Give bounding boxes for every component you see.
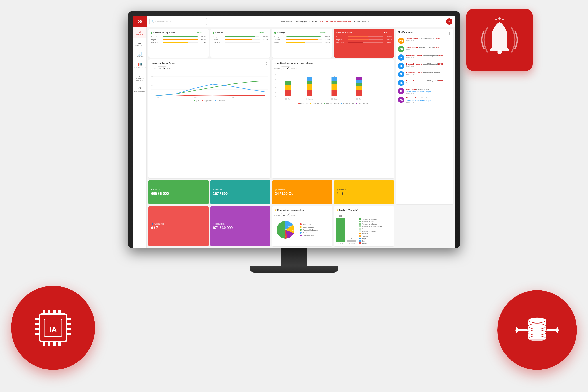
chart-legend: ajout suppression modification bbox=[151, 100, 268, 101]
bar-chart-svg: 6 5 4 3 2 1 bbox=[274, 72, 392, 101]
stat-more[interactable]: ⋮ bbox=[204, 189, 206, 191]
depuis-select[interactable]: 90 30 7 bbox=[158, 66, 166, 70]
card-more-marketplace[interactable]: ⋮ bbox=[389, 31, 392, 34]
svg-rect-42 bbox=[307, 90, 312, 96]
svg-rect-50 bbox=[332, 78, 337, 81]
more-icon[interactable]: ⋮ bbox=[442, 20, 444, 22]
progress-row: Allemand 71.9% bbox=[151, 42, 206, 44]
svg-point-70 bbox=[498, 18, 500, 20]
svg-text:1: 1 bbox=[275, 96, 276, 98]
svg-text:05 Jan: 05 Jan bbox=[228, 96, 234, 98]
notif-avatar: CD bbox=[398, 46, 404, 52]
svg-text:02 Jan: 02 Jan bbox=[154, 96, 160, 98]
svg-text:40.9%: 40.9% bbox=[285, 229, 289, 230]
svg-text:5: 5 bbox=[275, 78, 276, 80]
svg-rect-52 bbox=[356, 90, 362, 96]
notif-item: TL Thomas De Lorenzi a modifié le produi… bbox=[398, 54, 451, 60]
progress-row: Français 97.7% bbox=[274, 36, 330, 38]
sidebar-item-fichiers[interactable]: 📄 FICHIERS bbox=[133, 49, 146, 60]
svg-rect-49 bbox=[332, 81, 337, 84]
svg-text:4: 4 bbox=[151, 80, 153, 82]
notif-avatar: TL bbox=[398, 54, 404, 60]
sidebar-item-parametres[interactable]: ⚙ PARAMÈTRES bbox=[133, 84, 146, 95]
card-more-catalogue[interactable]: ⋮ bbox=[327, 31, 330, 34]
monitor-stand-base bbox=[250, 266, 338, 272]
sidebar-item-publications[interactable]: 📢 PUBLICATIONS bbox=[133, 60, 146, 71]
svg-rect-40 bbox=[285, 81, 291, 85]
products-bars: 601 Activé 45 Désactivé bbox=[336, 213, 392, 244]
home-icon: ⌂ bbox=[139, 30, 141, 33]
files-icon: 📄 bbox=[138, 52, 142, 55]
stat-row: ■ Produits ⋮ 695 / 5 000 ≡ bbox=[148, 180, 394, 204]
stat-more3[interactable]: ⋮ bbox=[328, 189, 330, 191]
progress-row: Anglais 90.1% bbox=[274, 39, 330, 41]
svg-text:5: 5 bbox=[334, 75, 335, 77]
add-button[interactable]: + bbox=[446, 18, 452, 24]
stat-more2[interactable]: ⋮ bbox=[266, 189, 268, 191]
svg-text:2: 2 bbox=[151, 88, 153, 90]
topbar-info: Besoin d'aide ? ✆ +33 (0)4 81 07 25 99 ✉… bbox=[209, 20, 440, 22]
pie-more[interactable]: ⋮ bbox=[327, 208, 330, 212]
progress-row: Anglais 99.7% bbox=[151, 39, 206, 41]
progress-row: Français 86.7% bbox=[212, 36, 268, 38]
main-content: 🔍 Référence produit Besoin d'aide ? ✆ +3… bbox=[147, 16, 455, 248]
pie-legend: Alice Loisel Cécile Dombré Thomas De Lor… bbox=[300, 223, 318, 237]
stat-more6[interactable]: ⋮ bbox=[266, 223, 268, 225]
svg-rect-43 bbox=[307, 84, 312, 90]
ia-circle: IA bbox=[11, 286, 95, 370]
notif-item: AL Alice Loisel a modifié le fichier 003… bbox=[398, 97, 451, 103]
dashboard: Ensemble des produits 80.3% ⋮ Français bbox=[147, 27, 455, 206]
notif-avatar: TL bbox=[398, 80, 404, 86]
screen-inner: DB ⌂ ACCUEIL ☰ PRODUITS 📄 FICHIERS bbox=[133, 16, 455, 248]
stat-card-utilisateurs: 👤 Utilisateurs ⋮ 6 / 7 bbox=[148, 206, 208, 246]
notif-more[interactable]: ⋮ bbox=[448, 32, 451, 35]
pie-svg: 40.9% 26.9% 13.5% 13.3% 4.7% bbox=[274, 219, 296, 241]
progress-row: Français 99.5% bbox=[151, 36, 206, 38]
depuis-pie[interactable]: 30 bbox=[281, 213, 290, 217]
floating-bell bbox=[466, 9, 533, 71]
card-dot bbox=[151, 32, 152, 34]
stat-more5[interactable]: ⋮ bbox=[204, 223, 206, 225]
notif-avatar: TL bbox=[398, 63, 404, 69]
chart-more2[interactable]: ⋮ bbox=[389, 62, 392, 65]
svg-text:04 Jan: 04 Jan bbox=[191, 96, 198, 98]
sidebar-item-exports[interactable]: ↕ EXPORTS IMPORTS bbox=[133, 71, 146, 84]
chevron-icon: ∨ bbox=[172, 67, 174, 69]
bar-chart-legend: Alice Loisel Cécile Dombré Thomas De Lor… bbox=[274, 102, 392, 104]
notifications-panel: Notifications ⋮ PM Pauline Moreau a modi… bbox=[396, 29, 453, 204]
products-icon: ☰ bbox=[138, 41, 141, 44]
svg-text:3: 3 bbox=[151, 84, 153, 86]
chart-more[interactable]: ⋮ bbox=[265, 62, 268, 65]
products-more[interactable]: ⋮ bbox=[389, 208, 392, 212]
chart-actions: Actions sur la plateforme ⋮ Depuis 90 30… bbox=[148, 59, 270, 178]
svg-point-71 bbox=[502, 18, 504, 20]
svg-text:3: 3 bbox=[275, 87, 276, 89]
sidebar-logo: DB bbox=[133, 16, 147, 27]
sidebar: DB ⌂ ACCUEIL ☰ PRODUITS 📄 FICHIERS bbox=[133, 16, 147, 248]
svg-text:2: 2 bbox=[275, 91, 276, 93]
attributs-icon: ≡ bbox=[213, 189, 214, 191]
svg-rect-38 bbox=[285, 90, 291, 96]
sidebar-item-produits[interactable]: ☰ PRODUITS bbox=[133, 38, 146, 49]
monitor-screen: DB ⌂ ACCUEIL ☰ PRODUITS 📄 FICHIERS bbox=[133, 16, 455, 248]
search-box[interactable]: 🔍 Référence produit bbox=[149, 18, 207, 25]
svg-point-69 bbox=[495, 18, 497, 20]
notif-avatar: TL bbox=[398, 71, 404, 78]
stat-card-attributs: ≡ Attributs ⋮ 157 / 500 bbox=[210, 180, 270, 204]
users-icon: 👤 bbox=[151, 223, 154, 225]
card-more-ensemble[interactable]: ⋮ bbox=[203, 31, 206, 34]
svg-text:4.7%: 4.7% bbox=[284, 236, 287, 238]
db-svg bbox=[515, 308, 559, 352]
card-more-site-web[interactable]: ⋮ bbox=[265, 31, 268, 34]
sidebar-item-accueil[interactable]: ⌂ ACCUEIL bbox=[133, 27, 146, 38]
chart-products-site: ⚡ Produits "Site web" ⋮ 601 Activé bbox=[334, 206, 394, 246]
stat-more4[interactable]: ⋮ bbox=[389, 189, 391, 191]
svg-text:6: 6 bbox=[275, 74, 276, 76]
progress-row: Anglais 59.1% bbox=[336, 39, 392, 41]
stat-card-canaux: ⊞ Canaux ⋮ 4 / 5 bbox=[334, 180, 394, 204]
svg-text:26.9%: 26.9% bbox=[288, 226, 292, 228]
chart-modifications: ✏ Modifications, par date et par utilisa… bbox=[272, 59, 394, 178]
svg-rect-44 bbox=[307, 81, 312, 84]
svg-text:13.3%: 13.3% bbox=[289, 235, 293, 236]
depuis-select2[interactable]: 30 90 7 bbox=[281, 66, 290, 70]
